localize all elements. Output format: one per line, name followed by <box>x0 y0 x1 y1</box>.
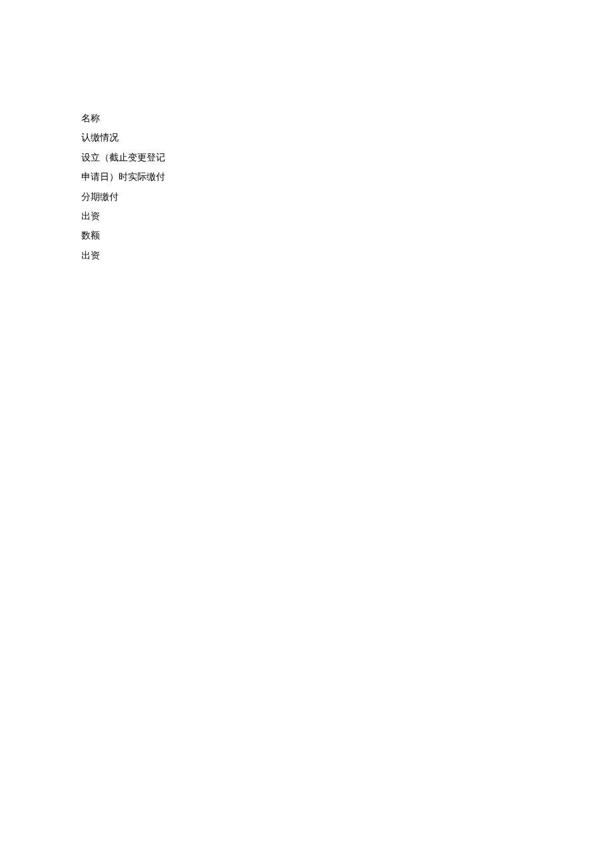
text-line: 出资 <box>81 207 613 226</box>
text-line: 认缴情况 <box>81 128 613 147</box>
text-line: 分期缴付 <box>81 187 613 207</box>
document-content: 名称 认缴情况 设立（截止变更登记 申请日）时实际缴付 分期缴付 出资 数额 出… <box>81 109 613 265</box>
text-line: 数额 <box>81 226 613 245</box>
text-line: 申请日）时实际缴付 <box>81 167 613 187</box>
text-line: 设立（截止变更登记 <box>81 148 613 167</box>
text-line: 出资 <box>81 246 613 265</box>
text-line: 名称 <box>81 109 613 128</box>
